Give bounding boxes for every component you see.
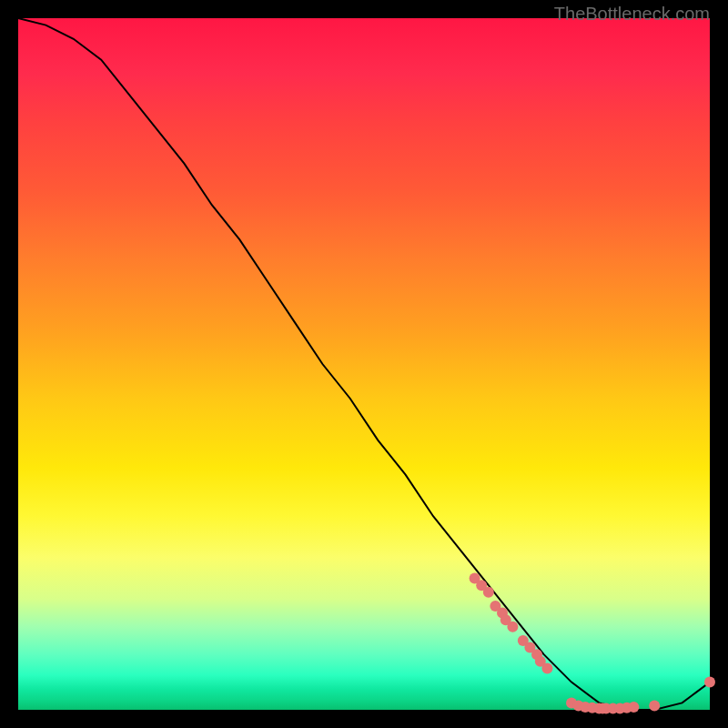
curve-layer	[18, 18, 710, 710]
data-marker	[628, 702, 639, 713]
watermark-text: TheBottleneck.com	[554, 4, 710, 25]
data-marker	[704, 677, 715, 688]
data-marker	[507, 622, 518, 632]
data-marker	[483, 587, 494, 598]
data-marker	[649, 700, 660, 711]
markers-layer	[470, 573, 715, 714]
bottleneck-curve	[18, 18, 710, 710]
data-marker	[541, 662, 552, 673]
chart-svg-overlay	[18, 18, 710, 710]
chart-plot-area	[18, 18, 710, 710]
